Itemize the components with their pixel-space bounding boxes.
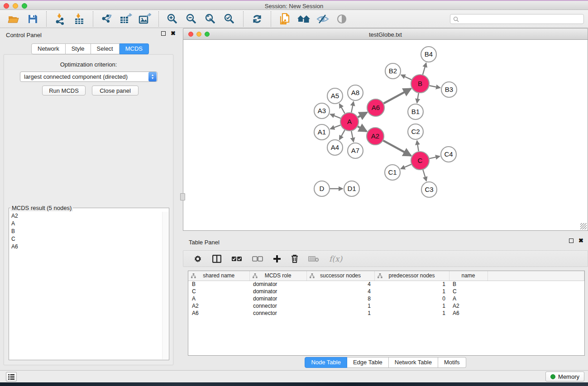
- table-cell[interactable]: A6: [449, 310, 488, 317]
- table-cell[interactable]: 1: [374, 302, 449, 310]
- tab-network[interactable]: Network: [31, 43, 66, 54]
- graph-node-A1[interactable]: A1: [314, 124, 330, 140]
- graph-edge-A-A2[interactable]: [358, 126, 367, 131]
- graph-edge-A6-B[interactable]: [384, 89, 411, 104]
- import-table-icon[interactable]: [72, 12, 86, 26]
- export-network-icon[interactable]: [100, 12, 114, 26]
- graph-node-A4[interactable]: A4: [327, 140, 343, 155]
- graph-edge-A-A5[interactable]: [339, 104, 345, 113]
- memory-button[interactable]: Memory: [545, 372, 584, 381]
- graph-edge-B-B4[interactable]: [423, 63, 426, 75]
- graph-edge-C-C3[interactable]: [423, 170, 426, 181]
- home-icon[interactable]: [296, 12, 311, 26]
- save-session-button[interactable]: [25, 12, 40, 26]
- network-document-icon[interactable]: [277, 12, 292, 26]
- table-cell[interactable]: dominator: [249, 281, 306, 288]
- delete-table-icon[interactable]: [308, 256, 319, 262]
- graph-node-C1[interactable]: C1: [385, 165, 400, 180]
- graph-edge-A-A6[interactable]: [358, 112, 367, 117]
- table-cell[interactable]: 1: [374, 310, 449, 317]
- open-session-button[interactable]: [6, 12, 21, 26]
- graph-edge-B-B1[interactable]: [417, 93, 419, 103]
- run-mcds-button[interactable]: Run MCDS: [42, 86, 86, 95]
- search-field[interactable]: [450, 14, 584, 24]
- tab-style[interactable]: Style: [66, 43, 91, 54]
- table-cell[interactable]: 1: [306, 302, 374, 310]
- graph-node-A7[interactable]: A7: [348, 143, 363, 158]
- graph-node-A5[interactable]: A5: [327, 88, 343, 104]
- table-cell[interactable]: 4: [306, 288, 374, 295]
- table-cell[interactable]: 1: [374, 288, 449, 295]
- table-row[interactable]: Cdominator41C: [188, 288, 584, 295]
- graph-edge-A2-C[interactable]: [383, 141, 411, 156]
- column-header-predecessor-nodes[interactable]: predecessor nodes: [374, 271, 449, 281]
- tab-mcds[interactable]: MCDS: [120, 43, 149, 54]
- select-all-rows-icon[interactable]: [231, 256, 242, 262]
- hide-selected-icon[interactable]: [316, 12, 330, 26]
- table-cell[interactable]: C: [188, 288, 249, 295]
- export-image-icon[interactable]: [138, 12, 152, 26]
- column-header-name[interactable]: name: [449, 271, 488, 281]
- network-canvas[interactable]: B4B2BB3A8A5A6B1A3AC2A1A2A4A7C4CC1C3DD1: [183, 40, 588, 231]
- column-visibility-icon[interactable]: [212, 255, 221, 263]
- delete-column-icon[interactable]: [291, 254, 298, 263]
- graph-node-C[interactable]: C: [411, 152, 429, 170]
- graph-node-B4[interactable]: B4: [421, 47, 436, 62]
- table-cell[interactable]: A2: [449, 302, 488, 310]
- apply-layout-icon[interactable]: [250, 12, 264, 26]
- close-panel-icon[interactable]: ✖: [171, 31, 176, 36]
- table-cell[interactable]: A6: [188, 310, 249, 317]
- graph-node-C4[interactable]: C4: [441, 147, 456, 162]
- graph-node-B2[interactable]: B2: [385, 63, 401, 79]
- tab-edge-table[interactable]: Edge Table: [347, 357, 389, 368]
- graph-edge-A-A3[interactable]: [330, 114, 341, 118]
- search-input[interactable]: [461, 16, 583, 22]
- graph-edge-A-A8[interactable]: [351, 102, 354, 113]
- graph-node-B[interactable]: B: [411, 75, 429, 93]
- zoom-out-icon[interactable]: [184, 12, 199, 26]
- table-cell[interactable]: dominator: [249, 295, 306, 302]
- zoom-selected-icon[interactable]: [222, 12, 237, 26]
- graph-node-D[interactable]: D: [314, 181, 330, 196]
- result-item[interactable]: A: [10, 219, 162, 227]
- graph-edge-A-A4[interactable]: [339, 130, 345, 139]
- graph-edge-C-C1[interactable]: [401, 164, 411, 169]
- show-all-icon[interactable]: [335, 12, 349, 26]
- table-row[interactable]: A2connector11A2: [188, 302, 584, 310]
- birdseye-handle[interactable]: [180, 193, 185, 200]
- network-window-titlebar[interactable]: testGlobe.txt: [183, 28, 588, 40]
- graph-edge-C-C2[interactable]: [417, 141, 419, 152]
- graph-edge-A-A7[interactable]: [351, 131, 354, 142]
- import-network-icon[interactable]: [53, 12, 67, 26]
- tab-select[interactable]: Select: [91, 43, 120, 54]
- tab-node-table[interactable]: Node Table: [305, 357, 347, 368]
- result-item[interactable]: A6: [10, 243, 162, 250]
- result-scrollbar[interactable]: [162, 212, 168, 359]
- float-panel-icon[interactable]: [161, 31, 166, 36]
- float-table-panel-icon[interactable]: [569, 238, 574, 243]
- table-cell[interactable]: 4: [306, 281, 374, 288]
- result-item[interactable]: A2: [10, 212, 162, 219]
- tab-motifs[interactable]: Motifs: [438, 357, 466, 368]
- deselect-all-rows-icon[interactable]: [252, 256, 263, 262]
- graph-node-A3[interactable]: A3: [314, 103, 330, 119]
- table-settings-icon[interactable]: [193, 254, 202, 263]
- column-header-MCDS-role[interactable]: MCDS role: [249, 271, 306, 281]
- graph-node-A2[interactable]: A2: [367, 128, 384, 145]
- resize-grip-icon[interactable]: [580, 223, 587, 229]
- graph-node-D1[interactable]: D1: [344, 181, 359, 196]
- function-builder-icon[interactable]: f(x): [329, 254, 342, 263]
- add-column-icon[interactable]: [273, 255, 281, 263]
- close-table-panel-icon[interactable]: ✖: [578, 238, 583, 243]
- table-row[interactable]: Bdominator41B: [188, 281, 584, 288]
- graph-node-B3[interactable]: B3: [441, 82, 457, 97]
- graph-edge-B-B2[interactable]: [401, 75, 411, 80]
- table-cell[interactable]: 0: [374, 295, 449, 302]
- graph-node-A6[interactable]: A6: [367, 99, 384, 116]
- table-row[interactable]: A6connector11A6: [188, 310, 584, 317]
- export-table-icon[interactable]: [119, 12, 133, 26]
- mcds-result-list[interactable]: A2ABCA6: [10, 212, 162, 359]
- optimization-criterion-dropdown[interactable]: largest connected component (directed) ▲…: [20, 71, 158, 82]
- zoom-in-icon[interactable]: [165, 12, 180, 26]
- graph-node-A[interactable]: A: [340, 113, 359, 131]
